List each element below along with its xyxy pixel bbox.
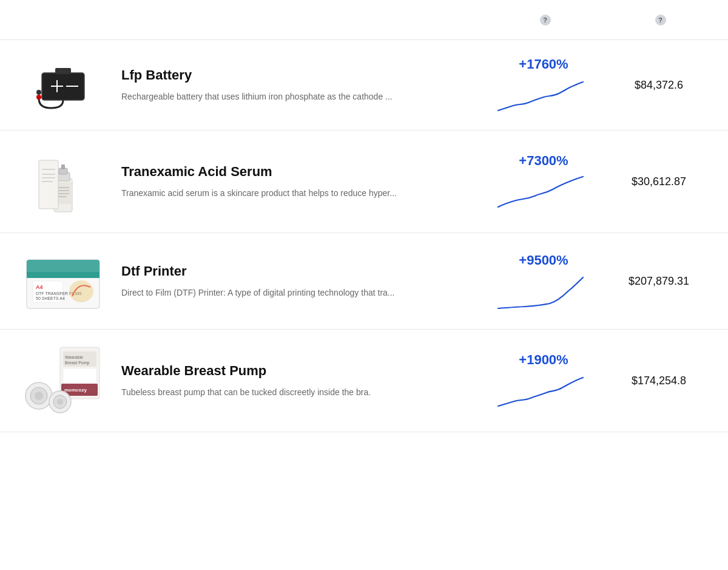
svg-point-28 [69, 280, 93, 302]
product-description: Direct to Film (DTF) Printer: A type of … [121, 287, 471, 299]
svg-rect-10 [61, 165, 65, 169]
product-name: Dtf Printer [121, 263, 471, 280]
product-image-wrap: Wearable Breast Pump momcozy [15, 344, 112, 417]
product-image-wrap [15, 55, 112, 115]
avg-revenue-column-header: ? [604, 15, 713, 25]
product-description: Tubeless breast pump that can be tucked … [121, 386, 471, 399]
svg-point-5 [36, 95, 41, 100]
svg-point-41 [57, 399, 63, 405]
avg-revenue-value: $174,254.8 [604, 375, 713, 387]
product-image-wrap [15, 145, 112, 218]
growth-data: +1900% [483, 352, 604, 409]
product-image-wrap: A4 DTF TRANSFER FILMS 50 SHEETS A4 [15, 248, 112, 314]
svg-rect-16 [39, 160, 58, 209]
product-details: Lfp Battery Rechargeable battery that us… [112, 67, 483, 103]
sparkline-chart [495, 77, 592, 114]
sparkline-chart [495, 174, 592, 210]
growth-help-icon[interactable]: ? [540, 15, 551, 25]
table-header: ? ? [0, 0, 728, 40]
svg-rect-1 [55, 68, 71, 74]
table-row: Lfp Battery Rechargeable battery that us… [0, 40, 728, 131]
sparkline-chart [495, 373, 592, 409]
growth-percentage: +9500% [519, 253, 568, 268]
growth-column-header: ? [483, 15, 604, 25]
svg-text:A4: A4 [36, 284, 43, 290]
svg-point-38 [35, 392, 43, 400]
product-description: Rechargeable battery that uses lithium i… [121, 90, 471, 103]
sparkline-chart [495, 273, 592, 310]
table-row: Tranexamic Acid Serum Tranexamic acid se… [0, 131, 728, 233]
svg-rect-23 [27, 272, 99, 278]
avg-revenue-value: $84,372.6 [604, 79, 713, 92]
product-name: Tranexamic Acid Serum [121, 163, 471, 181]
growth-percentage: +1760% [519, 56, 568, 72]
product-description: Tranexamic acid serum is a skincare prod… [121, 187, 471, 200]
product-name: Wearable Breast Pump [121, 362, 471, 380]
avg-revenue-value: $30,612.87 [604, 175, 713, 188]
growth-data: +7300% [483, 153, 604, 210]
svg-text:50 SHEETS A4: 50 SHEETS A4 [36, 296, 65, 300]
svg-point-6 [36, 90, 41, 95]
growth-percentage: +1900% [519, 352, 568, 368]
avg-revenue-help-icon[interactable]: ? [655, 15, 666, 25]
product-details: Wearable Breast Pump Tubeless breast pum… [112, 362, 483, 399]
svg-text:momcozy: momcozy [64, 387, 87, 393]
product-name: Lfp Battery [121, 67, 471, 84]
product-details: Tranexamic Acid Serum Tranexamic acid se… [112, 163, 483, 200]
avg-revenue-value: $207,879.31 [604, 275, 713, 288]
svg-text:Wearable: Wearable [65, 355, 83, 359]
product-details: Dtf Printer Direct to Film (DTF) Printer… [112, 263, 483, 299]
svg-text:Breast Pump: Breast Pump [65, 361, 90, 365]
product-list: Lfp Battery Rechargeable battery that us… [0, 40, 728, 432]
growth-data: +1760% [483, 56, 604, 114]
table-row: Wearable Breast Pump momcozy Wearable Br… [0, 330, 728, 432]
growth-percentage: +7300% [519, 153, 568, 169]
table-row: A4 DTF TRANSFER FILMS 50 SHEETS A4 Dtf P… [0, 233, 728, 330]
growth-data: +9500% [483, 253, 604, 310]
